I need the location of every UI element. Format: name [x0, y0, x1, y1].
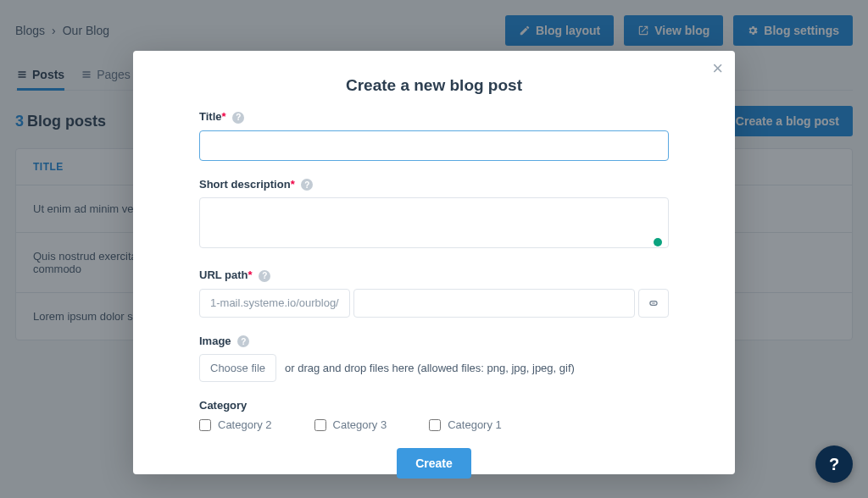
create-button[interactable]: Create	[397, 448, 471, 479]
file-hint: or drag and drop files here (allowed fil…	[285, 362, 575, 374]
short-description-label: Short description* ?	[199, 178, 669, 191]
category-checkbox[interactable]	[314, 419, 326, 431]
modal-title: Create a new blog post	[133, 51, 735, 110]
short-description-input[interactable]	[199, 197, 669, 248]
category-option[interactable]: Category 3	[314, 418, 387, 431]
category-option[interactable]: Category 1	[429, 418, 502, 431]
choose-file-button[interactable]: Choose file	[199, 354, 276, 382]
close-icon: ×	[712, 58, 723, 79]
help-fab[interactable]: ?	[815, 445, 853, 483]
url-path-input[interactable]	[353, 289, 635, 318]
image-label: Image ?	[199, 335, 669, 348]
help-icon[interactable]: ?	[237, 335, 249, 347]
url-path-label: URL path* ?	[199, 268, 669, 282]
category-checkbox[interactable]	[199, 419, 211, 431]
url-link-button[interactable]	[638, 289, 669, 318]
help-icon[interactable]: ?	[301, 179, 313, 191]
category-option-label: Category 1	[448, 418, 502, 431]
category-option[interactable]: Category 2	[199, 418, 272, 431]
title-label: Title* ?	[199, 110, 669, 124]
category-option-label: Category 2	[218, 418, 272, 431]
help-icon[interactable]: ?	[259, 270, 270, 282]
url-prefix: 1-mail.systeme.io/ourblog/	[199, 289, 350, 318]
category-checkbox[interactable]	[429, 419, 441, 431]
modal-overlay[interactable]: × Create a new blog post Title* ? Short …	[0, 0, 868, 498]
link-icon	[648, 297, 659, 309]
category-label: Category	[199, 399, 669, 412]
create-post-modal: × Create a new blog post Title* ? Short …	[133, 51, 735, 474]
close-button[interactable]: ×	[712, 59, 723, 78]
help-icon[interactable]: ?	[232, 112, 244, 124]
category-option-label: Category 3	[333, 418, 387, 431]
title-input[interactable]	[199, 130, 669, 161]
